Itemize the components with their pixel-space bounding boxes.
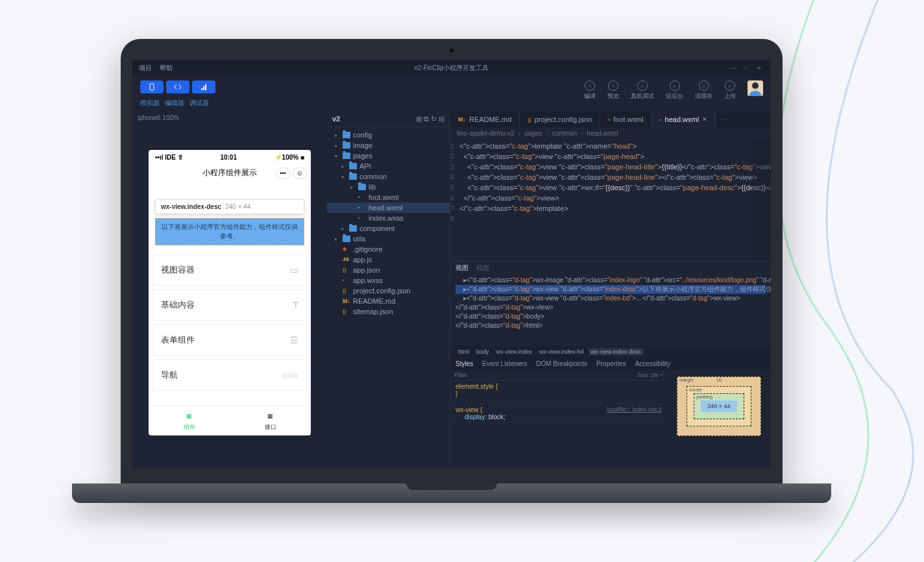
editor-tab[interactable]: M↓README.md bbox=[450, 112, 520, 127]
editor-tab[interactable]: ▪foot.wxml bbox=[600, 112, 651, 127]
styles-filter-opts[interactable]: :hov .cls + bbox=[637, 372, 663, 378]
titlebar: 项目 帮助 v2-FinClip小程序开发工具 —□✕ bbox=[132, 60, 771, 77]
css-rule[interactable]: element.style {} bbox=[450, 381, 667, 400]
devtab-view[interactable]: 视图 bbox=[456, 263, 468, 273]
phone-title: 小程序组件展示 bbox=[202, 168, 257, 177]
devtab-log[interactable]: 日志 bbox=[476, 263, 489, 273]
tree-item[interactable]: ▾pages bbox=[327, 151, 450, 161]
list-item[interactable]: 视图容器▭ bbox=[152, 254, 307, 286]
dom-crumb[interactable]: body bbox=[474, 348, 492, 356]
list-item[interactable]: 基础内容T bbox=[152, 289, 307, 321]
styles-tab[interactable]: Properties bbox=[596, 360, 626, 367]
dom-node[interactable]: </"d-attr">class="d-tag">html> bbox=[456, 321, 766, 330]
phone-battery: ⚡100% ■ bbox=[274, 154, 304, 161]
list-item[interactable]: 导航○○○ bbox=[152, 360, 307, 391]
toolbar-bg-button[interactable]: ○切后台 bbox=[666, 80, 683, 101]
tree-root-label: v2 bbox=[332, 115, 340, 123]
toolbar-upload-button[interactable]: ○上传 bbox=[724, 80, 736, 101]
simulator-device-label: iphone6 100% bbox=[132, 112, 327, 124]
styles-tab[interactable]: Event Listeners bbox=[482, 360, 527, 367]
window-controls[interactable]: —□✕ bbox=[731, 65, 764, 71]
breadcrumb-item[interactable]: head.wxml bbox=[587, 130, 618, 137]
styles-tab[interactable]: DOM Breakpoints bbox=[536, 360, 587, 367]
tree-item[interactable]: ▸config bbox=[327, 130, 450, 140]
mode-editor-icon[interactable] bbox=[166, 80, 189, 93]
main-toolbar: 模拟器 编辑器 调试器 ○编译○预览○真机调试○切后台○清缓存○上传 bbox=[132, 77, 771, 112]
tree-item[interactable]: ▸utils bbox=[327, 234, 450, 244]
toolbar-preview-button[interactable]: ○预览 bbox=[607, 80, 619, 101]
breadcrumb-item[interactable]: common bbox=[552, 130, 577, 137]
mode-simulator-label[interactable]: 模拟器 bbox=[140, 99, 160, 108]
svg-rect-2 bbox=[203, 86, 204, 90]
dom-node[interactable]: ▸<"d-attr">class="d-tag">wx-image "d-att… bbox=[456, 276, 766, 285]
css-rule[interactable]: localfile:/_index.css:2wx-view {display:… bbox=[450, 404, 667, 423]
list-item[interactable]: 表单组件☰ bbox=[152, 324, 307, 356]
svg-rect-3 bbox=[205, 84, 206, 90]
dom-crumb[interactable]: wx-view.index-desc bbox=[589, 348, 644, 356]
mode-simulator-icon[interactable] bbox=[140, 80, 164, 93]
breadcrumb-item[interactable]: pages bbox=[524, 130, 542, 137]
dom-crumb[interactable]: wx-view.index-hd bbox=[537, 348, 587, 356]
editor-panel: M↓README.md{}project.config.json▪foot.wx… bbox=[450, 112, 771, 469]
dom-node[interactable]: ▸<"d-attr">class="d-tag">wx-view "d-attr… bbox=[456, 294, 766, 303]
simulator-panel: iphone6 100% ••ıl IDE ⥣ 10:01 ⚡100% ■ 小程… bbox=[132, 112, 327, 469]
styles-tab[interactable]: Styles bbox=[456, 360, 473, 367]
tree-item[interactable]: JSapp.js bbox=[327, 254, 450, 265]
tree-item[interactable]: ▪foot.wxml bbox=[327, 192, 450, 202]
mode-debugger-icon[interactable] bbox=[192, 80, 215, 93]
tree-item[interactable]: ▪head.wxml bbox=[327, 202, 450, 213]
dom-crumb[interactable]: html bbox=[456, 348, 472, 356]
styles-filter[interactable]: Filter bbox=[454, 372, 467, 378]
file-tree-panel: v2 ⊞ ⧉ ↻ ⊟ ▸config▸image▾pages▸API▾commo… bbox=[327, 112, 450, 469]
tree-header-icons[interactable]: ⊞ ⧉ ↻ ⊟ bbox=[416, 115, 444, 123]
phone-preview[interactable]: ••ıl IDE ⥣ 10:01 ⚡100% ■ 小程序组件展示 •••⊙ wx… bbox=[149, 150, 311, 435]
tree-item[interactable]: ◆.gitignore bbox=[327, 244, 450, 254]
editor-tab[interactable]: {}project.config.json bbox=[520, 112, 600, 127]
tree-item[interactable]: {}app.json bbox=[327, 265, 450, 275]
editor-tab[interactable]: ▪head.wxml✕ bbox=[652, 112, 716, 127]
phone-clock: 10:01 bbox=[220, 154, 237, 161]
tree-item[interactable]: ▸lib bbox=[327, 182, 450, 192]
phone-tab[interactable]: ▦接口 bbox=[230, 410, 311, 432]
phone-status-left: ••ıl IDE ⥣ bbox=[155, 154, 183, 161]
tree-item[interactable]: ▪app.wxss bbox=[327, 275, 450, 286]
laptop-mockup: 项目 帮助 v2-FinClip小程序开发工具 —□✕ 模拟器 编辑器 调试器 … bbox=[107, 39, 796, 506]
ide-window: 项目 帮助 v2-FinClip小程序开发工具 —□✕ 模拟器 编辑器 调试器 … bbox=[132, 60, 771, 469]
css-rule[interactable]: </span><div class="rule-sel">.index-desc… bbox=[450, 400, 667, 404]
toolbar-compile-button[interactable]: ○编译 bbox=[584, 80, 596, 101]
highlighted-element[interactable]: 以下将展示小程序官方组件能力，组件样式仅供参考。 bbox=[155, 218, 304, 245]
window-title: v2-FinClip小程序开发工具 bbox=[414, 64, 489, 73]
user-avatar[interactable] bbox=[748, 80, 763, 96]
inspect-tooltip: wx-view.index-desc240 × 44 bbox=[155, 199, 304, 214]
tree-item[interactable]: ▪index.wxss bbox=[327, 213, 450, 223]
menu-help[interactable]: 帮助 bbox=[160, 64, 173, 73]
tree-item[interactable]: ▸image bbox=[327, 140, 450, 151]
minimap[interactable] bbox=[751, 140, 771, 261]
breadcrumb-item[interactable]: fino-applet-demo-v2 bbox=[457, 130, 515, 137]
devtools-panel: 视图 日志 ▸<"d-attr">class="d-tag">wx-image … bbox=[450, 261, 771, 469]
box-model: margin10 border- padding- 240 × 44 bbox=[667, 370, 771, 469]
dom-node[interactable]: </"d-attr">class="d-tag">wx-view> bbox=[456, 303, 766, 312]
toolbar-clear-button[interactable]: ○清缓存 bbox=[695, 80, 712, 101]
svg-rect-1 bbox=[201, 88, 202, 90]
mode-editor-label[interactable]: 编辑器 bbox=[165, 99, 184, 108]
tree-item[interactable]: ▸component bbox=[327, 223, 450, 234]
tree-item[interactable]: {}sitemap.json bbox=[327, 306, 450, 317]
tree-item[interactable]: ▾common bbox=[327, 171, 450, 182]
dom-crumb[interactable]: wx-view.index bbox=[494, 348, 535, 356]
menu-project[interactable]: 项目 bbox=[139, 64, 152, 73]
mode-debugger-label[interactable]: 调试器 bbox=[189, 99, 209, 108]
phone-tab[interactable]: ▦组件 bbox=[149, 410, 230, 432]
phone-close-icon[interactable]: ⊙ bbox=[293, 167, 307, 179]
dom-node[interactable]: </"d-attr">class="d-tag">body> bbox=[456, 312, 766, 321]
toolbar-remote-button[interactable]: ○真机调试 bbox=[631, 80, 654, 101]
tree-item[interactable]: M↓README.md bbox=[327, 296, 450, 306]
styles-tab[interactable]: Accessibility bbox=[635, 360, 670, 367]
dom-node[interactable]: ▸<"d-attr">class="d-tag">wx-view "d-attr… bbox=[456, 285, 766, 294]
close-icon: ✕ bbox=[702, 116, 707, 123]
tabs-more-icon[interactable]: ⋯ bbox=[716, 116, 733, 124]
svg-rect-0 bbox=[150, 84, 154, 90]
phone-more-icon[interactable]: ••• bbox=[276, 167, 290, 179]
tree-item[interactable]: {}project.config.json bbox=[327, 286, 450, 296]
tree-item[interactable]: ▸API bbox=[327, 161, 450, 171]
